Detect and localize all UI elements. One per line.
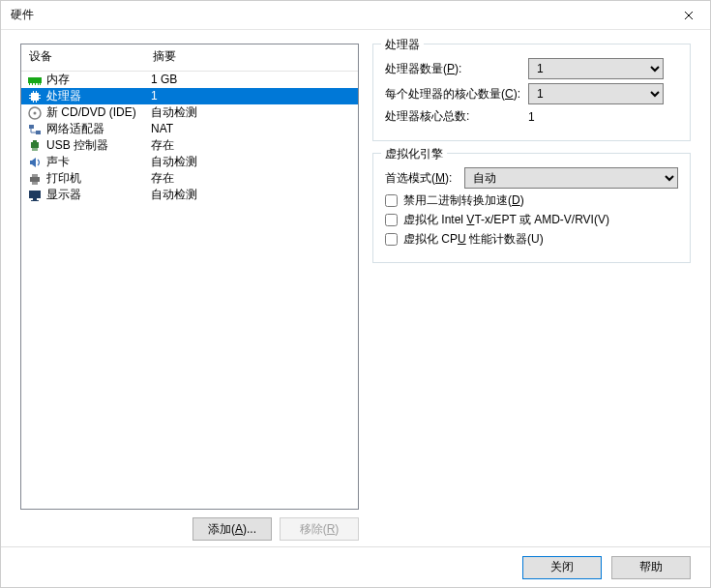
disc-icon bbox=[27, 105, 43, 121]
device-name: 新 CD/DVD (IDE) bbox=[46, 104, 151, 121]
svg-rect-24 bbox=[32, 182, 38, 185]
svg-rect-21 bbox=[32, 148, 38, 151]
add-button[interactable]: 添加(A)... bbox=[193, 517, 272, 541]
device-panel: 设备 摘要 内存1 GB处理器1新 CD/DVD (IDE)自动检测网络适配器N… bbox=[20, 44, 359, 543]
svg-rect-26 bbox=[33, 198, 37, 200]
disable-binary-checkbox[interactable] bbox=[385, 194, 398, 207]
remove-button[interactable]: 移除(R) bbox=[280, 517, 359, 541]
device-name: 网络适配器 bbox=[46, 121, 151, 137]
close-button[interactable]: 关闭 bbox=[522, 556, 602, 579]
device-row[interactable]: 新 CD/DVD (IDE)自动检测 bbox=[21, 104, 358, 121]
svg-rect-23 bbox=[32, 174, 38, 177]
preferred-mode-label: 首选模式(M): bbox=[385, 170, 464, 187]
svg-rect-25 bbox=[29, 191, 41, 198]
device-summary: 自动检测 bbox=[151, 104, 352, 121]
total-cores-value: 1 bbox=[528, 110, 678, 124]
device-summary: 1 bbox=[151, 88, 352, 104]
cpu-icon bbox=[27, 89, 43, 104]
header-summary: 摘要 bbox=[153, 48, 352, 65]
settings-panel: 处理器 处理器数量(P): 1 每个处理器的核心数量(C): 1 bbox=[372, 44, 691, 543]
device-list[interactable]: 设备 摘要 内存1 GB处理器1新 CD/DVD (IDE)自动检测网络适配器N… bbox=[20, 44, 359, 510]
svg-rect-10 bbox=[39, 98, 41, 99]
device-summary: 1 GB bbox=[151, 72, 352, 88]
virtualization-legend: 虚拟化引擎 bbox=[381, 146, 447, 162]
svg-rect-7 bbox=[29, 95, 31, 96]
num-processors-select[interactable]: 1 bbox=[528, 58, 664, 79]
processors-group: 处理器 处理器数量(P): 1 每个处理器的核心数量(C): 1 bbox=[372, 44, 691, 141]
device-summary: 自动检测 bbox=[151, 154, 352, 170]
device-name: 处理器 bbox=[46, 88, 151, 104]
device-name: 内存 bbox=[46, 72, 151, 88]
processors-legend: 处理器 bbox=[381, 37, 424, 53]
svg-rect-18 bbox=[36, 131, 41, 134]
header-device: 设备 bbox=[29, 48, 153, 65]
svg-rect-4 bbox=[38, 83, 39, 85]
device-row[interactable]: 声卡自动检测 bbox=[21, 154, 358, 170]
device-row[interactable]: USB 控制器存在 bbox=[21, 137, 358, 154]
svg-rect-11 bbox=[33, 91, 34, 93]
device-summary: 存在 bbox=[151, 170, 352, 187]
device-name: 声卡 bbox=[46, 154, 151, 170]
svg-rect-14 bbox=[36, 101, 37, 103]
help-button[interactable]: 帮助 bbox=[611, 556, 691, 579]
sound-icon bbox=[27, 155, 43, 170]
svg-rect-13 bbox=[33, 101, 34, 103]
svg-rect-0 bbox=[28, 77, 42, 83]
svg-rect-2 bbox=[32, 83, 33, 85]
close-icon[interactable] bbox=[667, 1, 710, 29]
device-row[interactable]: 网络适配器NAT bbox=[21, 121, 358, 137]
svg-rect-6 bbox=[31, 93, 39, 101]
virtualization-group: 虚拟化引擎 首选模式(M): 自动 禁用二进制转换加速(D) 虚拟化 Intel bbox=[372, 153, 691, 263]
virtualize-perf-counters-label: 虚拟化 CPU 性能计数器(U) bbox=[403, 231, 544, 248]
device-name: USB 控制器 bbox=[46, 137, 151, 154]
svg-rect-9 bbox=[39, 95, 41, 96]
num-processors-label: 处理器数量(P): bbox=[385, 61, 528, 77]
device-summary: NAT bbox=[151, 121, 352, 137]
titlebar: 硬件 bbox=[1, 1, 710, 30]
svg-rect-5 bbox=[40, 83, 41, 85]
device-row[interactable]: 打印机存在 bbox=[21, 170, 358, 187]
svg-point-16 bbox=[34, 111, 37, 114]
display-icon bbox=[27, 188, 43, 203]
svg-rect-17 bbox=[29, 125, 34, 129]
cores-per-processor-label: 每个处理器的核心数量(C): bbox=[385, 86, 528, 103]
device-summary: 自动检测 bbox=[151, 187, 352, 203]
svg-rect-3 bbox=[35, 83, 36, 85]
window-title: 硬件 bbox=[11, 7, 34, 23]
virtualize-vt-x-checkbox[interactable] bbox=[385, 214, 398, 226]
memory-icon bbox=[27, 73, 43, 88]
svg-rect-1 bbox=[29, 83, 30, 85]
virtualize-vt-x-label: 虚拟化 Intel VT-x/EPT 或 AMD-V/RVI(V) bbox=[403, 212, 609, 228]
disable-binary-label: 禁用二进制转换加速(D) bbox=[403, 192, 524, 209]
svg-rect-27 bbox=[31, 200, 39, 201]
device-row[interactable]: 处理器1 bbox=[21, 88, 358, 104]
svg-rect-12 bbox=[36, 91, 37, 93]
usb-icon bbox=[27, 138, 43, 154]
svg-rect-22 bbox=[30, 177, 40, 182]
device-name: 显示器 bbox=[46, 187, 151, 203]
device-name: 打印机 bbox=[46, 170, 151, 187]
device-summary: 存在 bbox=[151, 137, 352, 154]
cores-per-processor-select[interactable]: 1 bbox=[528, 83, 664, 104]
footer-bar: 关闭 帮助 bbox=[1, 546, 710, 587]
network-icon bbox=[27, 122, 43, 137]
total-cores-label: 处理器核心总数: bbox=[385, 108, 528, 125]
hardware-window: 硬件 设备 摘要 内存1 GB处理器1新 CD/DVD (IDE)自动检测网络适… bbox=[0, 0, 711, 588]
svg-rect-8 bbox=[29, 98, 31, 99]
device-row[interactable]: 显示器自动检测 bbox=[21, 187, 358, 203]
device-list-header: 设备 摘要 bbox=[21, 44, 358, 72]
virtualize-perf-counters-checkbox[interactable] bbox=[385, 233, 398, 246]
svg-rect-20 bbox=[33, 140, 37, 142]
printer-icon bbox=[27, 171, 43, 187]
preferred-mode-select[interactable]: 自动 bbox=[464, 167, 678, 189]
device-row[interactable]: 内存1 GB bbox=[21, 72, 358, 88]
svg-rect-19 bbox=[31, 142, 39, 148]
